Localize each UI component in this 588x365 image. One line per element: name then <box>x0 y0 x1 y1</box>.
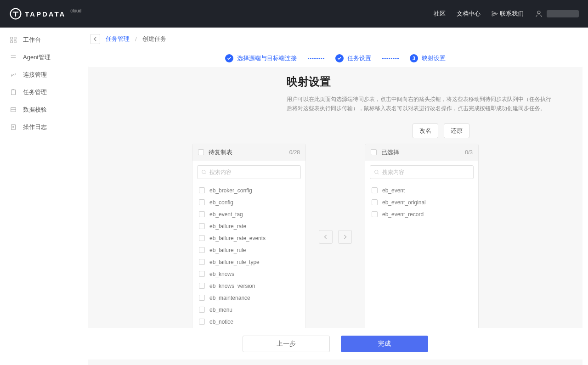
svg-rect-8 <box>11 125 16 130</box>
sidebar-item-label: 工作台 <box>23 36 41 44</box>
restore-button[interactable]: 还原 <box>444 124 469 138</box>
move-left-button[interactable] <box>319 230 333 244</box>
agent-icon <box>10 54 17 61</box>
item-checkbox[interactable] <box>199 223 205 229</box>
svg-rect-5 <box>14 41 16 43</box>
actions-bar: 改名 还原 <box>201 113 469 144</box>
item-checkbox[interactable] <box>199 307 205 313</box>
sidebar-item-workspace[interactable]: 工作台 <box>0 31 83 49</box>
prev-button[interactable]: 上一步 <box>243 336 330 352</box>
item-checkbox[interactable] <box>199 319 205 325</box>
list-item[interactable]: eb_failure_rule <box>192 244 305 256</box>
rename-button[interactable]: 改名 <box>413 124 438 138</box>
step-connector <box>308 58 324 59</box>
svg-point-9 <box>202 170 206 174</box>
brand[interactable]: TAPDATA cloud <box>9 7 79 20</box>
step-number-icon: 3 <box>410 54 418 62</box>
source-panel-header: 待复制表 0/28 <box>192 144 305 161</box>
check-circle-icon <box>225 54 233 62</box>
item-checkbox[interactable] <box>199 211 205 217</box>
item-label: eb_event_tag <box>209 211 243 218</box>
sidebar-item-connection[interactable]: 连接管理 <box>0 66 83 84</box>
dashboard-icon <box>10 37 17 43</box>
sidebar-item-task[interactable]: 任务管理 <box>0 84 83 101</box>
source-panel-count: 0/28 <box>289 149 300 156</box>
list-item[interactable]: eb_failure_rate <box>192 220 305 232</box>
main-content: 任务管理 / 创建任务 选择源端与目标端连接 任务设置 3 映射设置 <box>83 28 588 365</box>
step-label: 映射设置 <box>422 54 446 62</box>
svg-point-1 <box>537 11 540 14</box>
source-search-input[interactable] <box>209 169 297 175</box>
list-item[interactable]: eb_menu <box>192 304 305 316</box>
list-item[interactable]: eb_knows_version <box>192 280 305 292</box>
nav-contact-label: 联系我们 <box>500 10 524 18</box>
chevron-left-icon <box>323 235 328 239</box>
item-label: eb_notice <box>209 319 233 325</box>
nav-community[interactable]: 社区 <box>434 10 446 18</box>
svg-rect-4 <box>11 41 12 43</box>
item-checkbox[interactable] <box>199 235 205 241</box>
nav-docs[interactable]: 文档中心 <box>457 10 481 18</box>
target-list[interactable]: eb_eventeb_event_originaleb_event_record <box>365 184 478 330</box>
list-item[interactable]: eb_event_record <box>365 208 478 220</box>
breadcrumb-separator: / <box>135 36 137 43</box>
item-checkbox[interactable] <box>199 247 205 253</box>
target-search-box[interactable] <box>370 165 474 179</box>
list-item[interactable]: eb_maintenance <box>192 292 305 304</box>
select-all-checkbox[interactable] <box>371 149 377 155</box>
item-checkbox[interactable] <box>199 199 205 205</box>
step-2[interactable]: 任务设置 <box>335 54 371 62</box>
task-icon <box>10 89 17 95</box>
item-label: eb_event_record <box>382 211 424 218</box>
list-item[interactable]: eb_knows <box>192 268 305 280</box>
sidebar-item-verify[interactable]: 数据校验 <box>0 101 83 118</box>
list-item[interactable]: eb_failure_rule_type <box>192 256 305 268</box>
item-checkbox[interactable] <box>372 199 378 205</box>
brand-suffix: cloud <box>70 8 81 13</box>
list-item[interactable]: eb_notice <box>192 316 305 328</box>
back-button[interactable] <box>90 34 100 44</box>
footer-bar: 上一步 完成 <box>88 328 582 359</box>
step-3[interactable]: 3 映射设置 <box>410 54 446 62</box>
list-item[interactable]: eb_broker_config <box>192 185 305 197</box>
list-item[interactable]: eb_config <box>192 197 305 208</box>
source-panel: 待复制表 0/28 eb_broker_configeb_configeb_ev… <box>192 144 306 330</box>
breadcrumb-parent[interactable]: 任务管理 <box>106 35 130 43</box>
item-checkbox[interactable] <box>199 295 205 301</box>
list-item[interactable]: eb_event <box>365 185 478 197</box>
select-all-checkbox[interactable] <box>198 149 204 155</box>
list-item[interactable]: eb_failure_rate_events <box>192 232 305 244</box>
item-label: eb_maintenance <box>209 295 250 301</box>
list-item[interactable]: eb_event_tag <box>192 208 305 220</box>
svg-rect-6 <box>11 90 16 95</box>
sidebar-item-agent[interactable]: Agent管理 <box>0 49 83 66</box>
step-1[interactable]: 选择源端与目标端连接 <box>225 54 297 62</box>
source-list[interactable]: eb_broker_configeb_configeb_event_tageb_… <box>192 184 305 330</box>
sidebar: 工作台 Agent管理 连接管理 任务管理 数据校验 操作日志 <box>0 28 83 365</box>
target-search-input[interactable] <box>382 169 469 175</box>
done-button[interactable]: 完成 <box>341 336 428 352</box>
item-label: eb_event <box>382 187 405 194</box>
source-panel-title: 待复制表 <box>209 148 285 157</box>
target-panel-count: 0/3 <box>465 149 473 156</box>
user-name-placeholder <box>547 10 579 17</box>
search-icon <box>201 169 207 175</box>
list-item[interactable]: eb_event_original <box>365 197 478 208</box>
brand-logo-icon <box>9 7 22 20</box>
send-icon <box>492 11 498 17</box>
svg-point-10 <box>375 170 379 174</box>
app-header: TAPDATA cloud 社区 文档中心 联系我们 <box>0 0 588 28</box>
user-menu[interactable] <box>535 10 579 18</box>
item-checkbox[interactable] <box>199 259 205 265</box>
link-icon <box>10 72 17 78</box>
source-search-box[interactable] <box>197 165 301 179</box>
item-checkbox[interactable] <box>199 187 205 193</box>
sidebar-item-log[interactable]: 操作日志 <box>0 118 83 136</box>
item-checkbox[interactable] <box>199 283 205 289</box>
nav-contact[interactable]: 联系我们 <box>492 10 524 18</box>
move-right-button[interactable] <box>338 230 352 244</box>
item-checkbox[interactable] <box>372 187 378 193</box>
item-checkbox[interactable] <box>372 211 378 217</box>
transfer-arrows <box>319 144 352 330</box>
item-checkbox[interactable] <box>199 271 205 277</box>
